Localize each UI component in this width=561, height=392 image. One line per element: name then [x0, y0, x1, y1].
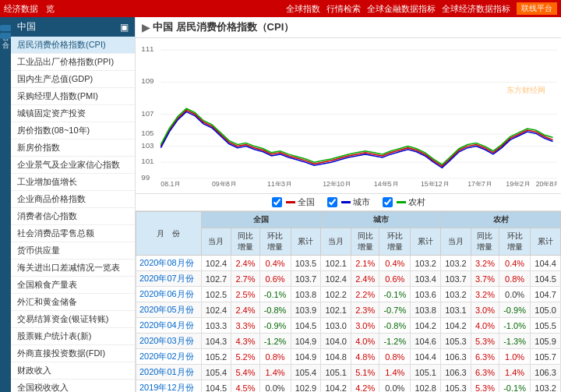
- td-national-0-2: 102.5: [201, 287, 231, 302]
- sidebar-item-20[interactable]: 全国税收收入: [11, 380, 135, 392]
- td-rural-1-8: 5.3%: [471, 380, 499, 393]
- td-national-3-1: 103.7: [291, 271, 321, 287]
- td-rural-0-8: 105.3: [441, 380, 471, 393]
- td-national-3-0: 103.5: [291, 256, 321, 271]
- sidebar-item-2[interactable]: 国内生产总值(GDP): [11, 71, 135, 88]
- td-national-0-8: 104.5: [201, 380, 231, 393]
- svg-text:105: 105: [141, 129, 153, 138]
- td-national-1-0: 2.4%: [231, 256, 259, 271]
- td-rural-2-6: 1.0%: [499, 349, 531, 365]
- left-tab-1[interactable]: 台: [0, 25, 12, 31]
- topbar-connect-btn[interactable]: 联线平台: [517, 2, 557, 15]
- th-nat-yoy: 同比增量: [231, 228, 259, 256]
- td-rural-2-0: 0.4%: [499, 256, 531, 271]
- sidebar-item-14[interactable]: 全国粮食产量表: [11, 277, 135, 294]
- th-rural-acc: 累计: [531, 228, 561, 256]
- table-row: 2020年02月份105.25.2%0.8%104.9104.84.8%0.8%…: [136, 349, 561, 365]
- th-city-current: 当月: [321, 228, 351, 256]
- top-bar: 经济数据 览 全球指数 行情检索 全球金融数据指标 全球经济数据指标 联线平台: [0, 0, 561, 17]
- sidebar-item-10[interactable]: 消费者信心指数: [11, 208, 135, 225]
- topbar-global-index[interactable]: 全球指数: [286, 3, 320, 15]
- sidebar-item-6[interactable]: 新房价指数: [11, 139, 135, 157]
- topbar-search[interactable]: 行情检索: [326, 3, 361, 15]
- table-row: 2020年04月份103.33.3%-0.9%104.5103.03.0%-0.…: [136, 318, 561, 334]
- td-national-0-3: 102.4: [201, 302, 231, 318]
- topbar-global-economy[interactable]: 全球经济数据指标: [442, 3, 510, 15]
- td-city-2-2: -0.1%: [379, 287, 411, 302]
- sidebar-item-0[interactable]: 居民消费价格指数(CPI): [11, 37, 135, 54]
- td-city-1-7: 5.1%: [351, 365, 379, 380]
- sidebar-item-9[interactable]: 企业商品价格指数: [11, 191, 135, 208]
- sidebar-item-17[interactable]: 股票账户统计表(新): [11, 328, 135, 345]
- sidebar-item-8[interactable]: 工业增加值增长: [11, 174, 135, 191]
- td-month-6[interactable]: 2020年02月份: [136, 349, 202, 365]
- sidebar-item-3[interactable]: 采购经理人指数(PMI): [11, 88, 135, 105]
- sidebar-item-13[interactable]: 海关进出口差减情况一览表: [11, 260, 135, 277]
- td-city-1-3: 2.3%: [351, 302, 379, 318]
- svg-text:19年2月: 19年2月: [506, 180, 530, 186]
- td-national-1-6: 5.2%: [231, 349, 259, 365]
- sidebar-item-5[interactable]: 房价指数(08~10年): [11, 122, 135, 139]
- td-month-1[interactable]: 2020年07月份: [136, 271, 202, 287]
- legend-city: 城市: [327, 196, 370, 208]
- td-national-0-5: 104.3: [201, 334, 231, 349]
- td-rural-1-7: 6.3%: [471, 365, 499, 380]
- td-rural-3-7: 106.3: [531, 365, 561, 380]
- topbar-global-finance[interactable]: 全球金融数据指标: [367, 3, 436, 15]
- sidebar-item-1[interactable]: 工业品出厂价格指数(PPI): [11, 54, 135, 71]
- td-city-3-7: 105.1: [411, 365, 441, 380]
- svg-text:99: 99: [141, 173, 150, 182]
- table-row: 2020年05月份102.42.4%-0.8%103.9102.12.3%-0.…: [136, 302, 561, 318]
- th-rural-yoy: 同比增量: [471, 228, 499, 256]
- td-rural-1-0: 3.2%: [471, 256, 499, 271]
- sidebar-item-18[interactable]: 外商直接投资数据(FDI): [11, 345, 135, 362]
- td-month-3[interactable]: 2020年05月份: [136, 302, 202, 318]
- sidebar-item-15[interactable]: 外汇和黄金储备: [11, 294, 135, 311]
- td-month-4[interactable]: 2020年04月份: [136, 318, 202, 334]
- th-rural-mom: 环比增量: [499, 228, 531, 256]
- sidebar-item-12[interactable]: 货币供应量: [11, 242, 135, 260]
- td-rural-1-4: 4.0%: [471, 318, 499, 334]
- svg-text:20年8月: 20年8月: [536, 180, 557, 186]
- sidebar-item-7[interactable]: 企业景气及企业家信心指数: [11, 157, 135, 174]
- sidebar-item-11[interactable]: 社会消费品零售总额: [11, 225, 135, 242]
- sidebar-item-4[interactable]: 城镇固定资产投资: [11, 105, 135, 122]
- td-rural-3-0: 104.4: [531, 256, 561, 271]
- td-rural-0-4: 104.2: [441, 318, 471, 334]
- sidebar-collapse-icon[interactable]: ▣: [120, 22, 129, 33]
- td-city-0-1: 102.4: [321, 271, 351, 287]
- topbar-item-economy[interactable]: 经济数据: [4, 3, 38, 15]
- td-city-0-3: 102.1: [321, 302, 351, 318]
- td-month-8[interactable]: 2019年12月份: [136, 380, 202, 393]
- sidebar-country: 中国: [17, 20, 36, 34]
- td-city-2-6: 0.8%: [379, 349, 411, 365]
- td-national-0-6: 105.2: [201, 349, 231, 365]
- th-nat-mom: 环比增量: [259, 228, 291, 256]
- td-national-2-7: 1.4%: [259, 365, 291, 380]
- left-tabs: 台 合: [0, 17, 11, 392]
- td-rural-2-5: -1.3%: [499, 334, 531, 349]
- table-row: 2020年08月份102.42.4%0.4%103.5102.12.1%0.4%…: [136, 256, 561, 271]
- td-national-2-4: -0.9%: [259, 318, 291, 334]
- sidebar-item-16[interactable]: 交易结算资金(银证转账): [11, 311, 135, 328]
- legend-national-checkbox[interactable]: [272, 197, 282, 207]
- td-month-5[interactable]: 2020年03月份: [136, 334, 202, 349]
- td-national-3-5: 104.9: [291, 334, 321, 349]
- td-month-7[interactable]: 2020年01月份: [136, 365, 202, 380]
- legend-rural-checkbox[interactable]: [383, 197, 393, 207]
- legend-city-checkbox[interactable]: [327, 197, 337, 207]
- legend-city-label: 城市: [353, 196, 370, 208]
- td-city-2-0: 0.4%: [379, 256, 411, 271]
- sidebar-item-19[interactable]: 财政收入: [11, 362, 135, 380]
- topbar-item-browse[interactable]: 览: [46, 3, 55, 15]
- td-rural-0-3: 103.1: [441, 302, 471, 318]
- svg-text:14年5月: 14年5月: [374, 180, 398, 186]
- td-month-2[interactable]: 2020年06月份: [136, 287, 202, 302]
- td-month-0[interactable]: 2020年08月份: [136, 256, 202, 271]
- td-rural-3-1: 104.5: [531, 271, 561, 287]
- left-tab-2[interactable]: 合: [0, 33, 12, 39]
- th-city: 城市: [321, 212, 441, 228]
- svg-text:12年10月: 12年10月: [323, 180, 351, 186]
- legend-national: 全国: [272, 196, 315, 208]
- td-national-0-1: 102.7: [201, 271, 231, 287]
